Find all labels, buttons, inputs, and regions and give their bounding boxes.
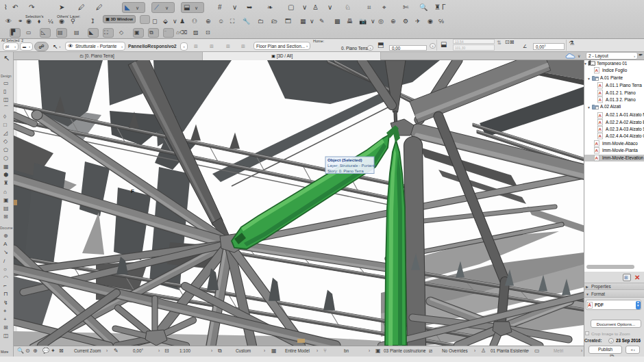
svg-text:A: A	[598, 133, 602, 138]
svg-text:A: A	[598, 113, 602, 118]
svg-text:A: A	[595, 155, 598, 160]
svg-text:A: A	[588, 302, 591, 307]
svg-text:Object (Selected): Object (Selected)	[327, 157, 362, 162]
svg-text:Story: 0. Piano Terra: Story: 0. Piano Terra	[327, 169, 364, 173]
svg-text:A: A	[598, 83, 602, 88]
svg-text:Layer: Strutturale - Portante: Layer: Strutturale - Portante	[327, 164, 377, 168]
svg-text:A: A	[598, 90, 602, 95]
svg-text:A: A	[598, 127, 602, 131]
svg-text:A: A	[595, 68, 598, 73]
svg-text:A: A	[595, 141, 598, 146]
svg-text:A: A	[598, 97, 602, 102]
svg-text:A: A	[598, 120, 602, 125]
svg-text:F: F	[131, 188, 134, 194]
svg-text:A: A	[595, 148, 598, 153]
